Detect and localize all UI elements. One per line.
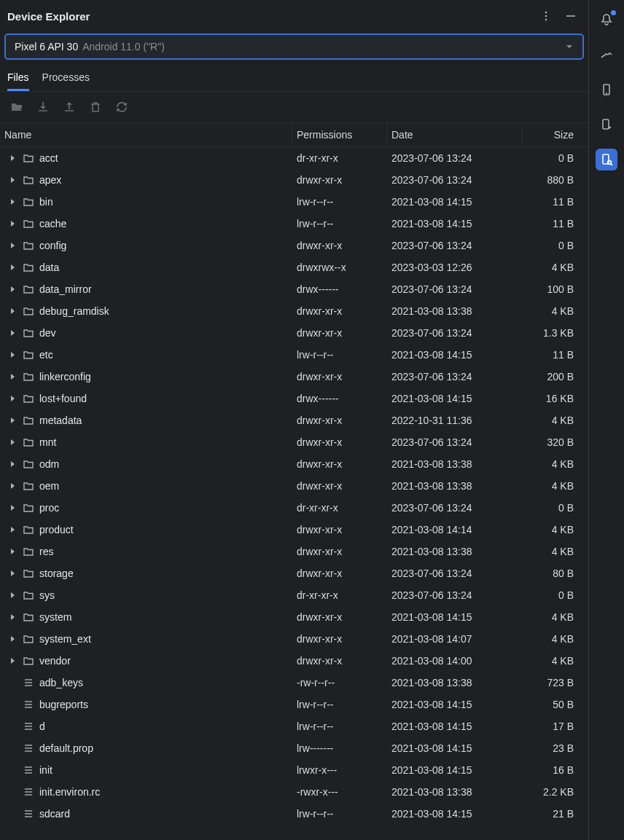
table-row[interactable]: adb_keys-rw-r--r--2021-03-08 13:38723 B — [0, 672, 588, 694]
table-row[interactable]: dlrw-r--r--2021-03-08 14:1517 B — [0, 715, 588, 737]
size-cell: 4 KB — [523, 605, 588, 629]
expand-toggle[interactable] — [7, 393, 17, 404]
more-options-button[interactable] — [537, 7, 555, 25]
folder-icon — [22, 545, 35, 558]
panel-title: Device Explorer — [7, 10, 530, 23]
expand-toggle[interactable] — [7, 415, 17, 425]
minimize-button[interactable] — [562, 7, 580, 25]
table-row[interactable]: mntdrwxr-xr-x2023-07-06 13:24320 B — [0, 431, 588, 453]
name-cell: res — [0, 545, 292, 558]
expand-toggle[interactable] — [7, 503, 17, 513]
table-row[interactable]: sysdr-xr-xr-x2023-07-06 13:240 B — [0, 584, 588, 606]
column-header-name[interactable]: Name — [0, 123, 292, 146]
device-manager-button[interactable] — [596, 79, 617, 101]
expand-toggle[interactable] — [7, 590, 17, 600]
name-cell: storage — [0, 567, 292, 580]
permissions-cell: drwxr-xr-x — [292, 540, 387, 563]
download-button[interactable] — [35, 99, 51, 115]
table-row[interactable]: init.environ.rc-rwxr-x---2021-03-08 13:3… — [0, 781, 588, 803]
expand-toggle[interactable] — [7, 175, 17, 185]
table-row[interactable]: lost+founddrwx------2021-03-08 14:1516 K… — [0, 388, 588, 409]
table-row[interactable]: system_extdrwxr-xr-x2021-03-08 14:074 KB — [0, 628, 588, 650]
new-folder-button[interactable] — [9, 99, 25, 115]
refresh-button[interactable] — [114, 99, 130, 115]
expand-toggle[interactable] — [7, 568, 17, 578]
upload-button[interactable] — [61, 99, 77, 115]
folder-icon — [22, 305, 35, 318]
table-row[interactable]: storagedrwxr-xr-x2023-07-06 13:2480 B — [0, 562, 588, 584]
table-row[interactable]: configdrwxr-xr-x2023-07-06 13:240 B — [0, 235, 588, 256]
column-header-permissions[interactable]: Permissions — [292, 123, 387, 146]
file-name: res — [39, 546, 53, 557]
expand-toggle[interactable] — [7, 525, 17, 535]
expand-toggle[interactable] — [7, 372, 17, 382]
table-row[interactable]: productdrwxr-xr-x2021-03-08 14:144 KB — [0, 519, 588, 541]
table-row[interactable]: resdrwxr-xr-x2021-03-08 13:384 KB — [0, 541, 588, 562]
table-row[interactable]: data_mirrordrwx------2023-07-06 13:24100… — [0, 278, 588, 300]
table-row[interactable]: systemdrwxr-xr-x2021-03-08 14:154 KB — [0, 606, 588, 628]
table-row[interactable]: sdcardlrw-r--r--2021-03-08 14:1521 B — [0, 803, 588, 825]
date-cell: 2022-10-31 11:36 — [387, 409, 523, 432]
date-cell: 2023-07-06 13:24 — [387, 168, 523, 192]
date-cell: 2021-03-08 13:38 — [387, 452, 523, 476]
expand-toggle[interactable] — [7, 284, 17, 294]
expand-toggle[interactable] — [7, 546, 17, 557]
name-cell: debug_ramdisk — [0, 305, 292, 318]
expand-toggle[interactable] — [7, 437, 17, 447]
table-row[interactable]: cachelrw-r--r--2021-03-08 14:1511 B — [0, 213, 588, 235]
table-row[interactable]: odmdrwxr-xr-x2021-03-08 13:384 KB — [0, 453, 588, 475]
expand-toggle[interactable] — [7, 240, 17, 251]
permissions-cell: drwx------ — [292, 278, 387, 301]
date-cell: 2021-03-08 14:15 — [387, 190, 523, 213]
expand-toggle[interactable] — [7, 481, 17, 491]
table-row[interactable]: procdr-xr-xr-x2023-07-06 13:240 B — [0, 497, 588, 519]
table-row[interactable]: initlrwxr-x---2021-03-08 14:1516 B — [0, 759, 588, 781]
table-row[interactable]: binlrw-r--r--2021-03-08 14:1511 B — [0, 191, 588, 213]
table-row[interactable]: devdrwxr-xr-x2023-07-06 13:241.3 KB — [0, 322, 588, 344]
expand-toggle[interactable] — [7, 634, 17, 644]
table-row[interactable]: datadrwxrwx--x2023-03-03 12:264 KB — [0, 256, 588, 278]
expand-toggle[interactable] — [7, 656, 17, 666]
expand-toggle[interactable] — [7, 219, 17, 229]
svg-rect-27 — [603, 119, 609, 129]
name-cell: proc — [0, 501, 292, 514]
chevron-right-icon — [9, 613, 16, 621]
right-sidebar — [589, 0, 624, 840]
folder-icon — [22, 195, 35, 208]
table-row[interactable]: debug_ramdiskdrwxr-xr-x2021-03-08 13:384… — [0, 300, 588, 322]
file-name: sys — [39, 589, 55, 601]
table-row[interactable]: acctdr-xr-xr-x2023-07-06 13:240 B — [0, 147, 588, 169]
running-devices-button[interactable] — [596, 114, 617, 136]
column-header-size[interactable]: Size — [523, 123, 588, 146]
table-row[interactable]: etclrw-r--r--2021-03-08 14:1511 B — [0, 344, 588, 366]
delete-button[interactable] — [87, 99, 104, 115]
expand-toggle[interactable] — [7, 612, 17, 622]
file-name: adb_keys — [39, 677, 83, 688]
tab-files[interactable]: Files — [7, 66, 29, 91]
table-row[interactable]: metadatadrwxr-xr-x2022-10-31 11:364 KB — [0, 409, 588, 431]
table-row[interactable]: oemdrwxr-xr-x2021-03-08 13:384 KB — [0, 475, 588, 497]
column-header-date[interactable]: Date — [387, 123, 523, 146]
notifications-button[interactable] — [596, 9, 617, 31]
size-cell: 0 B — [523, 496, 588, 519]
device-select-dropdown[interactable]: Pixel 6 API 30 Android 11.0 ("R") — [4, 34, 584, 60]
table-row[interactable]: default.proplrw-------2021-03-08 14:1523… — [0, 737, 588, 759]
table-row[interactable]: vendordrwxr-xr-x2021-03-08 14:004 KB — [0, 650, 588, 672]
expand-toggle[interactable] — [7, 262, 17, 272]
expand-toggle[interactable] — [7, 153, 17, 163]
permissions-cell: -rw-r--r-- — [292, 671, 387, 694]
expand-toggle[interactable] — [7, 459, 17, 469]
file-icon — [22, 764, 35, 777]
device-explorer-button[interactable] — [596, 149, 617, 170]
profiler-button[interactable] — [596, 44, 617, 66]
expand-toggle[interactable] — [7, 197, 17, 207]
table-row[interactable]: apexdrwxr-xr-x2023-07-06 13:24880 B — [0, 169, 588, 191]
table-row[interactable]: bugreportslrw-r--r--2021-03-08 14:1550 B — [0, 694, 588, 715]
chevron-right-icon — [9, 526, 16, 533]
tab-processes[interactable]: Processes — [42, 66, 90, 91]
expand-toggle[interactable] — [7, 350, 17, 360]
expand-toggle[interactable] — [7, 306, 17, 316]
table-row[interactable]: linkerconfigdrwxr-xr-x2023-07-06 13:2420… — [0, 366, 588, 388]
expand-toggle[interactable] — [7, 328, 17, 338]
date-cell: 2021-03-08 14:15 — [387, 715, 523, 738]
